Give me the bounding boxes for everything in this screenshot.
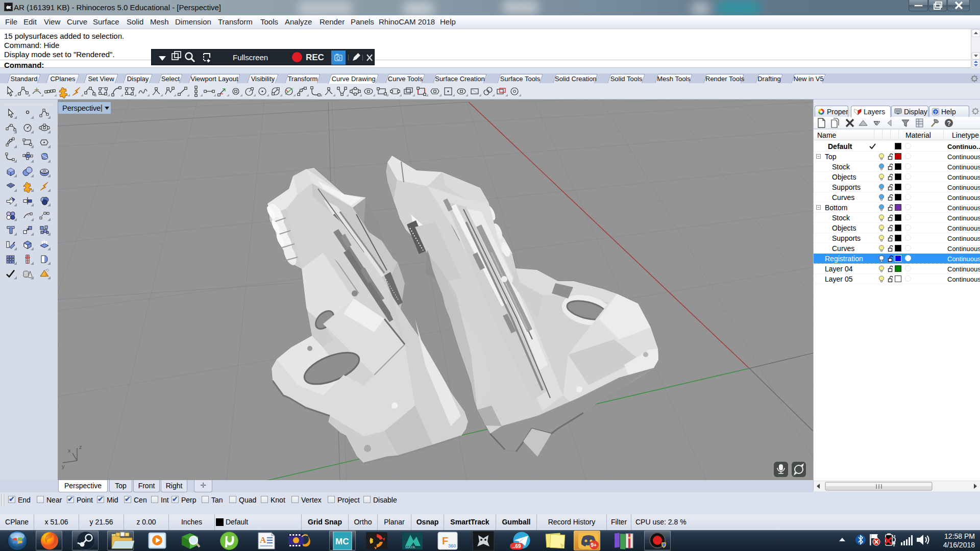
svg-text:?: ? <box>934 110 937 115</box>
svg-text:REC: REC <box>306 53 324 62</box>
svg-text:MAYA: MAYA <box>405 545 415 549</box>
svg-text:360: 360 <box>448 543 456 548</box>
svg-text:..69: ..69 <box>512 543 521 549</box>
svg-text:MC: MC <box>335 537 349 546</box>
svg-text:?: ? <box>947 120 951 127</box>
svg-text:z: z <box>79 444 82 450</box>
svg-text:9+: 9+ <box>591 542 597 548</box>
svg-text:Fullscreen: Fullscreen <box>233 53 268 62</box>
svg-text:A: A <box>260 535 266 545</box>
svg-text:F: F <box>442 535 448 546</box>
svg-text:x: x <box>68 447 71 454</box>
svg-text:y: y <box>62 463 65 469</box>
